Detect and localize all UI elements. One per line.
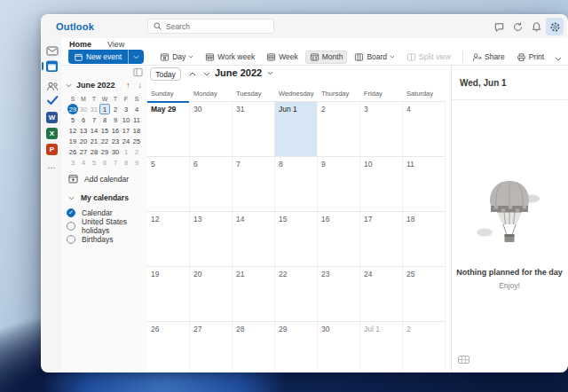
view-board-button[interactable]: Board: [350, 51, 399, 64]
share-button[interactable]: Share: [468, 51, 509, 64]
print-button[interactable]: Print: [512, 51, 548, 64]
month-day-cell[interactable]: 2: [403, 322, 446, 372]
calendar-checkbox[interactable]: [67, 222, 75, 231]
mini-calendar-day[interactable]: 4: [131, 104, 142, 114]
month-day-cell[interactable]: 12: [147, 212, 190, 266]
month-day-cell[interactable]: May 29: [147, 102, 190, 156]
mini-calendar-day[interactable]: 6: [78, 114, 89, 125]
view-work-week-button[interactable]: Work week: [201, 51, 259, 64]
month-day-cell[interactable]: 14: [233, 212, 275, 266]
my-calendars-toggle[interactable]: My calendars: [68, 193, 129, 202]
month-day-cell[interactable]: 26: [147, 322, 190, 372]
mini-calendar-day[interactable]: 22: [99, 136, 110, 146]
mini-calendar-day[interactable]: 25: [131, 136, 142, 146]
mini-calendar-day[interactable]: 30: [78, 104, 89, 114]
mini-calendar-day[interactable]: 7: [89, 114, 99, 125]
mini-calendar-day[interactable]: 29: [67, 104, 78, 114]
new-event-dropdown[interactable]: [128, 50, 144, 64]
mini-calendar-day[interactable]: 1: [99, 104, 110, 114]
settings-gear-icon[interactable]: [546, 18, 564, 35]
mini-calendar-day[interactable]: 19: [67, 136, 78, 146]
month-day-cell[interactable]: 5: [147, 157, 190, 211]
mini-calendar-day[interactable]: 14: [89, 125, 99, 136]
view-week-button[interactable]: Week: [262, 51, 303, 64]
rail-excel-icon[interactable]: X: [45, 127, 59, 140]
month-day-cell[interactable]: 23: [318, 267, 360, 321]
rail-mail-icon[interactable]: [45, 43, 59, 57]
month-day-cell[interactable]: 4: [403, 102, 446, 156]
month-day-cell[interactable]: 21: [233, 267, 275, 321]
rail-more-apps-icon[interactable]: ⋯: [45, 161, 59, 174]
mini-calendar-day[interactable]: 10: [121, 114, 131, 125]
mini-calendar-day[interactable]: 6: [99, 157, 110, 168]
mini-calendar-day[interactable]: 24: [121, 136, 131, 146]
month-day-cell[interactable]: 25: [403, 267, 446, 321]
mini-calendar-day[interactable]: 12: [67, 125, 78, 136]
mini-calendar-day[interactable]: 8: [121, 157, 131, 168]
mini-calendar-day[interactable]: 4: [78, 157, 89, 168]
today-button[interactable]: Today: [150, 67, 181, 81]
ribbon-collapse-icon[interactable]: [555, 57, 562, 61]
month-day-cell[interactable]: 29: [275, 322, 318, 372]
calendar-checkbox[interactable]: [67, 235, 75, 244]
month-day-cell[interactable]: 9: [318, 157, 360, 211]
notifications-icon[interactable]: [527, 18, 545, 35]
mini-calendar-day[interactable]: 2: [110, 104, 121, 114]
mini-calendar-day[interactable]: 16: [110, 125, 121, 136]
rail-people-icon[interactable]: [45, 79, 59, 92]
mini-calendar-day[interactable]: 23: [110, 136, 121, 146]
month-day-cell[interactable]: 10: [360, 157, 403, 211]
rail-calendar-icon[interactable]: [45, 59, 59, 73]
mini-calendar-day[interactable]: 9: [131, 157, 142, 168]
month-day-cell[interactable]: 24: [360, 267, 403, 321]
mini-calendar-day[interactable]: 9: [110, 114, 121, 125]
mini-calendar-day[interactable]: 3: [67, 157, 78, 168]
view-day-button[interactable]: Day: [155, 51, 198, 64]
mini-calendar-title[interactable]: June 2022: [76, 81, 120, 90]
month-day-cell[interactable]: 20: [190, 267, 233, 321]
rail-powerpoint-icon[interactable]: P: [45, 143, 59, 156]
mini-calendar-day[interactable]: 30: [110, 146, 121, 157]
search-input[interactable]: Search: [147, 19, 274, 34]
mini-calendar-day[interactable]: 2: [131, 146, 142, 157]
mini-calendar-day[interactable]: 31: [89, 104, 99, 114]
month-day-cell[interactable]: 2: [318, 102, 360, 156]
mini-calendar-day[interactable]: 15: [99, 125, 110, 136]
mini-calendar-day[interactable]: 29: [99, 146, 110, 157]
month-day-cell[interactable]: 31: [233, 102, 275, 156]
mini-calendar-day[interactable]: 28: [89, 146, 99, 157]
mini-calendar-day[interactable]: 8: [99, 114, 110, 125]
previous-month-icon[interactable]: [189, 72, 196, 76]
mini-calendar-day[interactable]: 13: [78, 125, 89, 136]
next-month-icon[interactable]: [203, 72, 210, 76]
month-day-cell[interactable]: 13: [190, 212, 233, 266]
month-day-cell[interactable]: 30: [190, 102, 233, 156]
sync-icon[interactable]: [509, 18, 526, 35]
month-day-cell[interactable]: 15: [275, 212, 318, 266]
month-day-cell[interactable]: 7: [233, 157, 275, 211]
month-day-cell[interactable]: Jul 1: [360, 322, 403, 372]
month-day-cell[interactable]: Jun 1: [275, 102, 318, 156]
month-day-cell[interactable]: 27: [190, 322, 233, 372]
month-day-cell[interactable]: 6: [190, 157, 233, 211]
month-day-cell[interactable]: 16: [318, 212, 360, 266]
mini-calendar-day[interactable]: 11: [131, 114, 142, 125]
mini-calendar-day[interactable]: 20: [78, 136, 89, 146]
collapse-pane-icon[interactable]: [133, 67, 143, 77]
calendar-checkbox[interactable]: ✓: [67, 208, 75, 217]
mini-calendar-day[interactable]: 5: [67, 114, 78, 125]
mini-calendar-day[interactable]: 26: [67, 146, 78, 157]
view-month-button[interactable]: Month: [305, 51, 348, 64]
mini-calendar-day[interactable]: 7: [110, 157, 121, 168]
mini-calendar-day[interactable]: 1: [121, 146, 131, 157]
mini-calendar-day[interactable]: 18: [131, 125, 142, 136]
keyboard-icon[interactable]: [458, 356, 469, 364]
feedback-icon[interactable]: [490, 18, 508, 35]
mini-calendar-next-icon[interactable]: ↓: [137, 81, 145, 90]
month-day-cell[interactable]: 19: [147, 267, 190, 321]
add-calendar-button[interactable]: Add calendar: [68, 174, 129, 184]
month-day-cell[interactable]: 18: [403, 212, 446, 266]
month-day-cell[interactable]: 30: [318, 322, 360, 372]
month-day-cell[interactable]: 8: [275, 157, 318, 211]
month-day-cell[interactable]: 28: [233, 322, 275, 372]
